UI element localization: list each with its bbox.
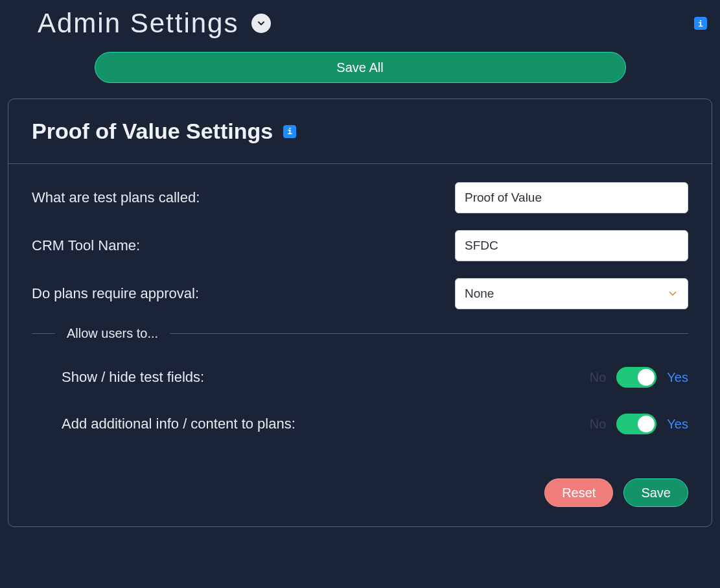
label-show-hide: Show / hide test fields: — [62, 369, 204, 386]
row-crm: CRM Tool Name: — [32, 230, 688, 261]
save-all-button[interactable]: Save All — [95, 52, 626, 83]
top-bar: Admin Settings i — [8, 5, 712, 45]
label-crm: CRM Tool Name: — [32, 237, 140, 254]
toggle-no-text: No — [590, 417, 607, 432]
panel-actions: Reset Save — [8, 478, 712, 526]
input-test-plans[interactable] — [455, 182, 688, 213]
page-title: Admin Settings — [38, 8, 238, 39]
toggle-knob — [638, 416, 655, 432]
toggle-add-info[interactable] — [616, 414, 656, 434]
row-approval: Do plans require approval: None — [32, 278, 688, 309]
divider-label: Allow users to... — [67, 326, 158, 341]
toggle-yes-text: Yes — [667, 417, 688, 432]
select-approval-value: None — [465, 287, 494, 301]
divider-allow-users: Allow users to... — [32, 326, 688, 341]
label-approval: Do plans require approval: — [32, 285, 199, 302]
page-title-wrap: Admin Settings — [38, 8, 271, 39]
select-approval[interactable]: None — [455, 278, 688, 309]
info-icon[interactable]: i — [694, 17, 707, 30]
save-button[interactable]: Save — [623, 478, 688, 507]
divider-line-right — [170, 333, 688, 334]
label-add-info: Add additional info / content to plans: — [62, 416, 296, 432]
save-all-wrap: Save All — [8, 45, 712, 99]
pov-settings-panel: Proof of Value Settings i What are test … — [8, 99, 712, 527]
input-crm[interactable] — [455, 230, 688, 261]
toggle-knob — [638, 369, 655, 386]
panel-body: What are test plans called: CRM Tool Nam… — [8, 164, 712, 478]
divider-line-left — [32, 333, 55, 334]
panel-header: Proof of Value Settings i — [8, 99, 712, 164]
toggle-no-text: No — [590, 370, 607, 385]
row-show-hide: Show / hide test fields: No Yes — [32, 367, 688, 388]
toggle-show-hide[interactable] — [616, 367, 656, 388]
toggle-yes-text: Yes — [667, 370, 688, 385]
panel-info-icon[interactable]: i — [283, 125, 296, 138]
page-title-dropdown[interactable] — [251, 14, 271, 33]
chevron-down-icon — [256, 18, 266, 29]
toggle-group-add-info: No Yes — [590, 414, 688, 434]
toggle-group-show-hide: No Yes — [590, 367, 688, 388]
row-add-info: Add additional info / content to plans: … — [32, 414, 688, 434]
reset-button[interactable]: Reset — [544, 478, 613, 507]
label-test-plans: What are test plans called: — [32, 189, 200, 206]
chevron-down-icon — [667, 288, 679, 300]
panel-title: Proof of Value Settings — [32, 119, 273, 144]
row-test-plans: What are test plans called: — [32, 182, 688, 213]
